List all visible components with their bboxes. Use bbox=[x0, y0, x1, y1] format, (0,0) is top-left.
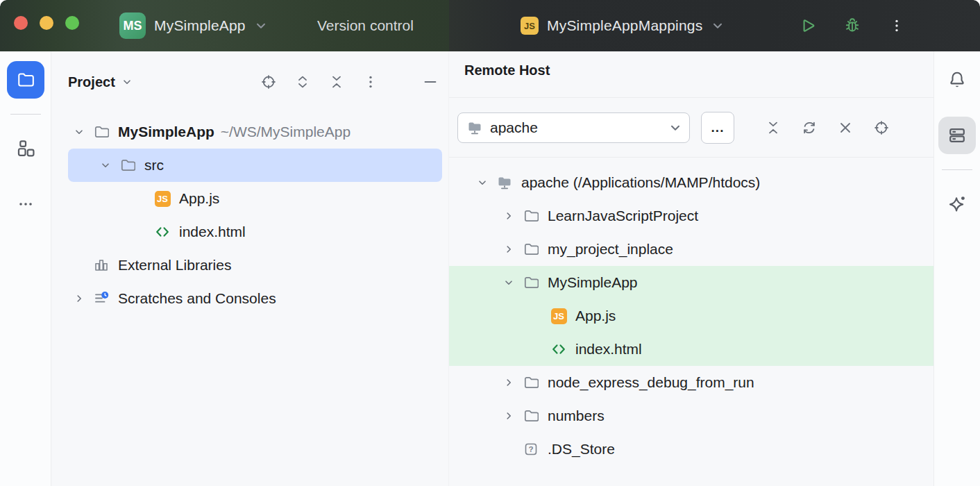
vcs-widget[interactable]: Version control bbox=[317, 0, 414, 51]
expand-all-button[interactable] bbox=[292, 71, 314, 93]
javascript-file-icon: JS bbox=[154, 190, 171, 207]
scratches-icon bbox=[93, 290, 110, 307]
hide-panel-button[interactable] bbox=[419, 71, 441, 93]
chevron-spacer bbox=[500, 441, 517, 458]
title-bar: MS MySimpleApp Version control JS MySimp… bbox=[0, 0, 980, 51]
more-actions-kebab-button[interactable] bbox=[884, 13, 909, 38]
chevron-spacer bbox=[132, 224, 149, 240]
right-tool-stripe bbox=[933, 51, 980, 486]
javascript-file-icon: JS bbox=[550, 308, 567, 324]
remote-host-header: Remote Host bbox=[449, 51, 933, 98]
tree-item-path: ~/WS/MySimpleApp bbox=[221, 124, 350, 140]
chevron-down-icon bbox=[711, 19, 725, 33]
chevron-right-icon[interactable] bbox=[500, 408, 517, 424]
run-actions bbox=[795, 0, 909, 51]
stripe-divider bbox=[942, 169, 972, 170]
project-panel-title: Project bbox=[68, 74, 115, 90]
tree-item-label: External Libraries bbox=[118, 257, 231, 274]
tree-item-numbers[interactable]: numbers bbox=[449, 399, 933, 433]
tree-item-my-project-inplace[interactable]: my_project_inplace bbox=[449, 233, 933, 266]
window-minimize-button[interactable] bbox=[40, 16, 53, 30]
notifications-button[interactable] bbox=[938, 61, 976, 99]
project-tool-window: Project MySimpleApp ~/WS/MySimpleApp bbox=[51, 51, 448, 486]
tree-item-project-root[interactable]: MySimpleApp ~/WS/MySimpleApp bbox=[51, 115, 448, 149]
tree-item-apache-root[interactable]: apache (/Applications/MAMP/htdocs) bbox=[449, 166, 933, 199]
tree-item-label: LearnJavaScriptProject bbox=[548, 208, 698, 224]
window-zoom-button[interactable] bbox=[65, 16, 79, 30]
chevron-down-icon[interactable] bbox=[500, 274, 517, 291]
window-close-button[interactable] bbox=[14, 16, 28, 30]
collapse-all-button[interactable] bbox=[762, 117, 784, 139]
server-settings-ellipsis-button[interactable]: ... bbox=[701, 112, 734, 144]
chevron-right-icon[interactable] bbox=[500, 241, 517, 258]
remote-host-toolbar: apache ... bbox=[449, 98, 933, 158]
folder-icon bbox=[17, 71, 35, 89]
chevron-down-icon[interactable] bbox=[474, 174, 491, 191]
chevron-down-icon[interactable] bbox=[71, 124, 87, 140]
run-config-js-icon: JS bbox=[521, 17, 539, 35]
chevron-down-icon bbox=[254, 19, 268, 33]
collapse-all-button[interactable] bbox=[326, 71, 348, 93]
folder-icon bbox=[523, 208, 539, 224]
tree-item-src-selected[interactable]: src bbox=[51, 149, 448, 182]
chevron-right-icon[interactable] bbox=[71, 290, 87, 307]
stripe-divider bbox=[10, 114, 41, 115]
chevron-right-icon[interactable] bbox=[500, 208, 517, 224]
tree-item-external-libraries[interactable]: External Libraries bbox=[51, 249, 448, 282]
tree-item-label: my_project_inplace bbox=[548, 241, 673, 258]
tree-item-node-express-debug-from-run[interactable]: node_express_debug_from_run bbox=[449, 366, 933, 399]
tree-item-learnjavascriptproject[interactable]: LearnJavaScriptProject bbox=[449, 199, 933, 233]
ai-assistant-button[interactable] bbox=[938, 185, 976, 223]
structure-tool-window-button[interactable] bbox=[7, 130, 44, 167]
tree-item-label: MySimpleApp bbox=[548, 274, 638, 291]
tree-item-indexhtml-highlighted[interactable]: index.html bbox=[449, 333, 933, 366]
left-tool-stripe bbox=[0, 51, 51, 486]
tree-item-label: index.html bbox=[575, 341, 642, 358]
remote-host-tool-window-button[interactable] bbox=[938, 117, 976, 154]
chevron-right-icon[interactable] bbox=[500, 374, 517, 391]
chevron-down-icon[interactable] bbox=[121, 76, 133, 87]
tree-item-scratches[interactable]: Scratches and Consoles bbox=[51, 282, 448, 315]
server-icon bbox=[947, 126, 967, 145]
tree-item-appjs[interactable]: JS App.js bbox=[51, 182, 448, 215]
vcs-widget-label: Version control bbox=[317, 17, 414, 34]
project-tool-window-button[interactable] bbox=[7, 61, 44, 99]
panel-options-kebab-button[interactable] bbox=[360, 71, 382, 93]
chevron-spacer bbox=[528, 308, 545, 324]
server-select-value: apache bbox=[490, 119, 661, 136]
remote-host-title: Remote Host bbox=[464, 62, 550, 78]
sparkle-icon bbox=[947, 194, 967, 214]
more-tool-windows-button[interactable] bbox=[7, 185, 44, 223]
window-controls bbox=[14, 16, 79, 30]
tree-item-dsstore[interactable]: .DS_Store bbox=[449, 433, 933, 466]
tree-item-label: index.html bbox=[179, 224, 246, 240]
tree-item-label: node_express_debug_from_run bbox=[548, 374, 754, 391]
run-config-label: MySimpleAppMappings bbox=[547, 17, 702, 34]
tree-item-label: apache (/Applications/MAMP/htdocs) bbox=[521, 174, 760, 191]
chevron-spacer bbox=[528, 341, 545, 358]
tree-item-appjs-highlighted[interactable]: JS App.js bbox=[449, 299, 933, 333]
tree-item-mysimpleapp-highlighted[interactable]: MySimpleApp bbox=[449, 266, 933, 299]
run-button[interactable] bbox=[795, 13, 820, 38]
folder-icon bbox=[523, 408, 539, 424]
folder-icon bbox=[523, 274, 539, 291]
tree-item-label: .DS_Store bbox=[548, 441, 615, 458]
unknown-file-icon bbox=[523, 441, 539, 458]
close-icon[interactable] bbox=[834, 117, 856, 139]
bell-icon bbox=[947, 70, 967, 90]
chevron-down-icon[interactable] bbox=[97, 157, 114, 174]
select-opened-file-button[interactable] bbox=[257, 71, 280, 93]
tree-item-label: src bbox=[144, 157, 164, 174]
tree-item-indexhtml[interactable]: index.html bbox=[51, 215, 448, 249]
server-select-dropdown[interactable]: apache bbox=[457, 112, 690, 143]
project-widget[interactable]: MS MySimpleApp bbox=[119, 0, 268, 51]
chevron-spacer bbox=[71, 257, 87, 274]
tree-item-label: App.js bbox=[575, 308, 616, 324]
select-opened-file-button[interactable] bbox=[870, 117, 893, 139]
debug-button[interactable] bbox=[840, 13, 865, 38]
tree-item-label: MySimpleApp bbox=[118, 124, 214, 140]
main-body: Project MySimpleApp ~/WS/MySimpleApp bbox=[0, 51, 980, 486]
run-configuration-widget[interactable]: JS MySimpleAppMappings bbox=[521, 0, 725, 51]
project-avatar-badge: MS bbox=[119, 12, 146, 39]
refresh-button[interactable] bbox=[798, 117, 820, 139]
